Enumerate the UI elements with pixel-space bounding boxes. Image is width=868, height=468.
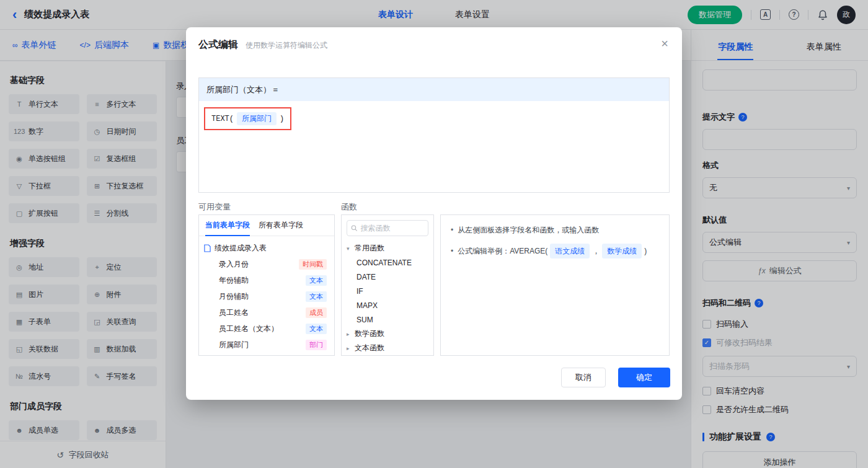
help-example-comma: ， xyxy=(592,245,600,257)
variables-label: 可用变量 xyxy=(198,201,231,213)
tab-current-form-fields[interactable]: 当前表单字段 xyxy=(205,215,250,236)
formula-target-text: 所属部门（文本） = xyxy=(206,84,278,95)
variables-tabs: 当前表单字段 所有表单字段 xyxy=(199,215,334,236)
formula-help-panel: • 从左侧面板选择字段名和函数，或输入函数 • 公式编辑举例：AVERAGE( … xyxy=(440,214,670,356)
modal-header: 公式编辑 使用数学运算符编辑公式 xyxy=(186,27,682,58)
function-group-label: 常用函数 xyxy=(355,243,384,254)
search-icon xyxy=(351,224,357,232)
tab-all-form-fields[interactable]: 所有表单字段 xyxy=(259,215,303,236)
formula-target-bar: 所属部门（文本） = xyxy=(199,78,669,101)
search-input[interactable] xyxy=(360,224,424,232)
function-group-common[interactable]: ▾ 常用函数 xyxy=(342,241,433,255)
type-tag: 文本 xyxy=(306,324,327,334)
function-item[interactable]: SUM xyxy=(342,312,433,327)
chevron-right-icon: ▸ xyxy=(347,331,352,337)
variable-name: 月份辅助 xyxy=(219,291,249,302)
function-item[interactable]: DATE xyxy=(342,270,433,284)
function-item[interactable]: IF xyxy=(342,284,433,298)
modal-title: 公式编辑 xyxy=(198,38,238,51)
modal-subtitle: 使用数学运算符编辑公式 xyxy=(246,40,327,51)
function-group-label: 文本函数 xyxy=(355,343,384,353)
function-name-text: TEXT( xyxy=(211,115,234,123)
variable-name: 员工姓名（文本） xyxy=(219,324,278,334)
variable-row[interactable]: 员工姓名（文本） 文本 xyxy=(204,320,329,337)
functions-tree: ▾ 常用函数 CONCATENATE DATE IF MAPX SUM ▸ 数学… xyxy=(342,241,433,355)
type-tag: 部门 xyxy=(306,340,327,350)
variable-name: 录入月份 xyxy=(219,259,249,270)
function-group-text[interactable]: ▸ 文本函数 xyxy=(342,341,433,355)
bullet-icon: • xyxy=(451,245,453,257)
example-variable-tag: 语文成绩 xyxy=(550,244,590,258)
type-tag: 成员 xyxy=(306,307,327,318)
help-example-suffix: ) xyxy=(644,245,647,257)
help-example-prefix: 公式编辑举例：AVERAGE( xyxy=(458,245,547,257)
close-icon[interactable]: × xyxy=(661,37,668,50)
formula-editor: 所属部门（文本） = TEXT( 所属部门 ) xyxy=(198,77,670,193)
functions-label: 函数 xyxy=(341,201,357,213)
type-tag: 文本 xyxy=(306,275,327,286)
bullet-icon: • xyxy=(451,224,453,236)
function-close-paren: ) xyxy=(280,115,284,123)
variable-tag[interactable]: 所属部门 xyxy=(237,112,277,125)
variable-row[interactable]: 月份辅助 文本 xyxy=(204,288,329,304)
function-item[interactable]: CONCATENATE xyxy=(342,255,433,270)
type-tag: 文本 xyxy=(306,291,327,302)
variables-panel: 当前表单字段 所有表单字段 绩效提成录入表 录入月份 时间戳 年份辅助 文本 月… xyxy=(198,214,335,356)
variable-name: 年份辅助 xyxy=(219,275,249,286)
cancel-button[interactable]: 取消 xyxy=(561,368,606,387)
variable-row[interactable]: 所属部门 部门 xyxy=(204,337,329,353)
function-group-math[interactable]: ▸ 数学函数 xyxy=(342,327,433,341)
variable-row[interactable]: 录入月份 时间戳 xyxy=(204,256,329,272)
formula-edit-modal: 公式编辑 使用数学运算符编辑公式 × 所属部门（文本） = TEXT( 所属部门… xyxy=(186,27,682,400)
chevron-right-icon: ▸ xyxy=(347,345,352,351)
variable-row[interactable]: 年份辅助 文本 xyxy=(204,272,329,288)
confirm-button[interactable]: 确定 xyxy=(618,368,670,387)
formula-input-area[interactable]: TEXT( 所属部门 ) xyxy=(199,101,669,136)
variables-tree: 绩效提成录入表 录入月份 时间戳 年份辅助 文本 月份辅助 文本 员工姓名 成员… xyxy=(199,236,334,356)
functions-panel: ▾ 常用函数 CONCATENATE DATE IF MAPX SUM ▸ 数学… xyxy=(341,214,434,356)
tree-root-label: 绩效提成录入表 xyxy=(215,243,267,254)
variable-name: 员工姓名 xyxy=(219,307,249,318)
variable-row[interactable]: 员工姓名 成员 xyxy=(204,304,329,320)
help-line: • 从左侧面板选择字段名和函数，或输入函数 xyxy=(451,224,659,236)
help-line: • 公式编辑举例：AVERAGE( 语文成绩 ， 数学成绩 ) xyxy=(451,244,659,258)
tree-root-row[interactable]: 绩效提成录入表 xyxy=(204,241,329,256)
document-icon xyxy=(204,244,211,252)
function-group-label: 数学函数 xyxy=(355,329,384,339)
function-search-box[interactable] xyxy=(347,220,428,236)
chevron-down-icon: ▾ xyxy=(347,245,352,252)
function-item[interactable]: MAPX xyxy=(342,298,433,312)
type-tag: 时间戳 xyxy=(299,259,327,270)
variable-name: 所属部门 xyxy=(219,340,249,350)
help-text: 从左侧面板选择字段名和函数，或输入函数 xyxy=(458,224,599,236)
example-variable-tag: 数学成绩 xyxy=(602,244,642,258)
formula-expression-highlight: TEXT( 所属部门 ) xyxy=(204,107,291,130)
